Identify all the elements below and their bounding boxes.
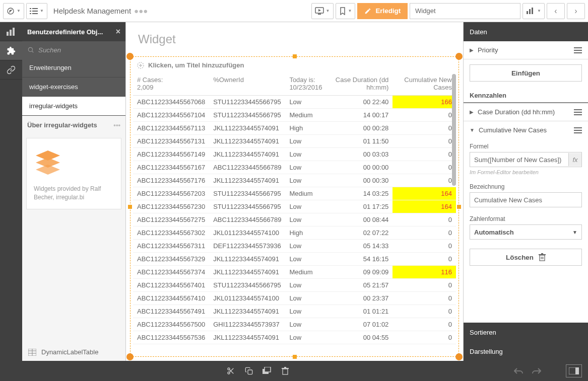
col-today[interactable]: Today is:10/23/2016	[285, 74, 326, 96]
cell-duration: 00 23:37	[326, 292, 393, 305]
table-row[interactable]: ABC112233445567491JKL112233445574091Low0…	[133, 305, 456, 318]
table-row[interactable]: ABC112233445567131JKL112233445574091Low0…	[133, 135, 456, 148]
bookmark-button[interactable]: ▼	[336, 3, 356, 19]
loeschen-button[interactable]: Löschen	[470, 249, 582, 266]
rail-charts-button[interactable]	[0, 22, 22, 41]
nav-menu-button[interactable]: ▼	[3, 3, 24, 19]
resize-handle-b[interactable]	[293, 355, 297, 359]
section-daten[interactable]: Daten	[464, 22, 588, 41]
bezeichnung-group: Bezeichnung Cumulative New Cases	[464, 179, 588, 211]
arrow-right-icon: ▶	[470, 47, 474, 53]
resize-handle-br[interactable]	[455, 353, 463, 360]
table-row[interactable]: ABC112233445567311DEF112233445573936Low0…	[133, 240, 456, 253]
cell-cumulative: 0	[393, 174, 456, 187]
table-row[interactable]: ABC112233445567176JKL112233445574091Low0…	[133, 174, 456, 187]
drag-handle-icon[interactable]	[574, 127, 582, 133]
close-panel-button[interactable]: ×	[116, 27, 120, 36]
more-icon[interactable]: •••	[113, 121, 120, 129]
table-container[interactable]: # Cases:2,009 %OwnerId Today is:10/23/20…	[133, 74, 456, 354]
nav-widget-exercises[interactable]: widget-exercises	[22, 78, 125, 97]
col-duration[interactable]: Case Duration (dd hh:mm)	[326, 74, 393, 96]
undo-button[interactable]	[509, 363, 528, 378]
table-row[interactable]: ABC112233445567149JKL112233445574091Low0…	[133, 148, 456, 161]
cell-duration: 05 21:57	[326, 279, 393, 292]
table-row[interactable]: ABC112233445567329JKL112233445574091Low5…	[133, 253, 456, 266]
table-row[interactable]: ABC112233445567113JKL112233445574091High…	[133, 122, 456, 135]
table-row[interactable]: ABC112233445567203STU112233445566795Medi…	[133, 187, 456, 200]
cell-cumulative: 0	[393, 122, 456, 135]
cell-cumulative: 116	[393, 266, 456, 279]
content-item-dynamiclabeltable[interactable]: DynamicLabelTable	[22, 343, 125, 361]
resize-handle-bl[interactable]	[126, 353, 134, 360]
cell-priority: Low	[285, 161, 326, 174]
resize-handle-l[interactable]	[128, 205, 132, 209]
fx-button[interactable]: fx	[568, 153, 581, 166]
cut-button[interactable]	[222, 363, 240, 378]
svg-line-18	[32, 51, 33, 52]
cell-cumulative: 166	[393, 96, 456, 109]
chart-type-button[interactable]: ▼	[522, 3, 545, 19]
kennzahlen-header: Kennzahlen	[464, 87, 588, 103]
table-row[interactable]: ABC112233445567167ABC112233445566789Low0…	[133, 161, 456, 174]
table-row[interactable]: ABC112233445567401STU112233445566795Low0…	[133, 279, 456, 292]
widget-name-field[interactable]: Widget	[410, 3, 520, 19]
svg-rect-14	[7, 32, 9, 36]
table-row[interactable]: ABC112233445567374JKL112233445574091Medi…	[133, 266, 456, 279]
resize-handle-tl[interactable]	[126, 53, 134, 60]
col-cases[interactable]: # Cases:2,009	[133, 74, 209, 96]
formula-group: Formel Sum([Number of New Cases]) fx Im …	[464, 139, 588, 179]
resize-handle-t[interactable]	[293, 54, 297, 58]
section-darstellung[interactable]: Darstellung	[464, 342, 588, 361]
table-row[interactable]: ABC112233445567230STU112233445566795Low0…	[133, 200, 456, 213]
resize-handle-tr[interactable]	[455, 53, 463, 60]
table-row[interactable]: ABC112233445567302JKL011233445574100High…	[133, 226, 456, 240]
col-cumulative[interactable]: Cumulative New Cases	[393, 74, 456, 96]
about-header: Über irregular-widgets •••	[22, 116, 125, 134]
bezeichnung-input[interactable]: Cumulative New Cases	[470, 192, 582, 207]
table-row[interactable]: ABC112233445567104STU112233445566795Medi…	[133, 109, 456, 122]
search-input[interactable]	[38, 46, 120, 54]
cell-case-id: ABC112233445567302	[133, 226, 209, 240]
zahlenformat-label: Zahlenformat	[470, 215, 582, 222]
widget-title-placeholder[interactable]: Klicken, um Titel hinzuzufügen	[133, 59, 456, 74]
page-title[interactable]: Widget	[126, 22, 463, 56]
cell-case-id: ABC112233445567203	[133, 187, 209, 200]
toggle-panel-button[interactable]	[566, 364, 582, 377]
prev-sheet-button[interactable]: ‹	[547, 3, 565, 19]
measure-cumulative-row[interactable]: ▼Cumulative New Cases	[464, 121, 588, 139]
zahlenformat-select[interactable]: Automatisch ▼	[470, 224, 582, 240]
cell-priority: Low	[285, 253, 326, 266]
nav-irregular-widgets[interactable]: irregular-widgets	[22, 97, 125, 116]
resize-handle-r[interactable]	[457, 205, 461, 209]
section-sortieren[interactable]: Sortieren	[464, 323, 588, 342]
formel-input[interactable]: Sum([Number of New Cases]) fx	[470, 152, 582, 167]
rail-extensions-button[interactable]	[0, 41, 22, 60]
trash-icon	[539, 253, 546, 261]
widget-object[interactable]: Klicken, um Titel hinzuzufügen # Cases:2…	[130, 56, 459, 357]
done-button[interactable]: Erledigt	[357, 3, 408, 19]
paste-button[interactable]	[258, 363, 276, 378]
rail-link-button[interactable]	[0, 60, 22, 80]
measure-duration-row[interactable]: ▶Case Duration (dd hh:mm)	[464, 103, 588, 121]
redo-button[interactable]	[528, 363, 546, 378]
table-row[interactable]: ABC112233445567500GHI112233445573937Low0…	[133, 318, 456, 331]
table-row[interactable]: ABC112233445567410JKL011233445574100Low0…	[133, 292, 456, 305]
dim-priority-row[interactable]: ▶Priority	[464, 41, 588, 59]
col-owner[interactable]: %OwnerId	[209, 74, 285, 96]
list-menu-button[interactable]: ▼	[26, 3, 47, 19]
table-row[interactable]: ABC112233445567275ABC112233445566789Low0…	[133, 213, 456, 226]
cell-case-id: ABC112233445567374	[133, 266, 209, 279]
presentation-button[interactable]: ▼	[311, 3, 334, 19]
einfuegen-button[interactable]: Einfügen	[470, 64, 582, 82]
drag-handle-icon[interactable]	[574, 109, 582, 115]
nav-erweiterungen[interactable]: Erweiterungen	[22, 58, 125, 78]
vertical-scrollbar[interactable]	[452, 74, 456, 186]
compass-icon	[7, 7, 15, 15]
drag-handle-icon[interactable]	[574, 47, 582, 53]
table-row[interactable]: ABC112233445567068STU112233445566795Low0…	[133, 96, 456, 109]
next-sheet-button[interactable]: ›	[567, 3, 585, 19]
copy-button[interactable]	[240, 363, 258, 378]
cell-case-id: ABC112233445567230	[133, 200, 209, 213]
delete-button[interactable]	[276, 363, 294, 378]
table-row[interactable]: ABC112233445567536JKL112233445574091Low0…	[133, 331, 456, 344]
